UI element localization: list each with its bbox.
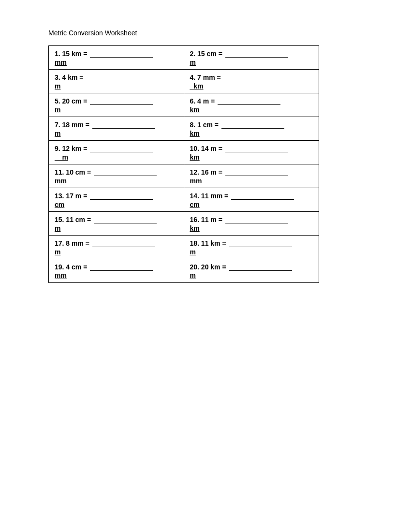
problem-cell: 20. 20 km = m [184, 259, 319, 283]
problem-cell: 15. 11 cm = m [49, 212, 184, 236]
answer-blank[interactable] [92, 241, 155, 247]
problem-cell: 2. 15 cm = m [184, 46, 319, 70]
problem-cell: 4. 7 mm = _km [184, 70, 319, 93]
answer-blank[interactable] [218, 99, 280, 105]
answer-blank[interactable] [92, 123, 155, 129]
problem-cell: 18. 11 km = m [184, 236, 319, 259]
problem-cell: 9. 12 km = __m [49, 141, 184, 164]
problem-cell: 13. 17 m = cm [49, 188, 184, 212]
answer-blank[interactable] [225, 52, 288, 58]
problem-line: 13. 17 m = [55, 192, 178, 200]
problem-cell: 5. 20 cm = m [49, 93, 184, 117]
answer-blank[interactable] [90, 99, 153, 105]
answer-blank[interactable] [94, 170, 157, 176]
answer-blank[interactable] [86, 75, 149, 81]
unit-label: m [190, 59, 313, 66]
problem-cell: 12. 16 m = mm [184, 164, 319, 188]
unit-label: cm [190, 201, 313, 208]
problem-line: 1. 15 km = [55, 50, 178, 58]
unit-label: m [190, 248, 313, 256]
problem-cell: 3. 4 km = m [49, 70, 184, 93]
answer-blank[interactable] [229, 241, 292, 247]
answer-blank[interactable] [225, 170, 288, 176]
unit-label: m [55, 106, 178, 114]
problem-line: 8. 1 cm = [190, 121, 313, 129]
answer-blank[interactable] [90, 265, 153, 271]
problem-line: 16. 11 m = [190, 216, 313, 223]
answer-blank[interactable] [229, 265, 292, 271]
unit-label: mm [55, 177, 178, 185]
problem-line: 17. 8 mm = [55, 239, 178, 247]
worksheet-table: 1. 15 km = mm2. 15 cm = m3. 4 km = m4. 7… [48, 45, 319, 283]
unit-label: mm [55, 59, 178, 66]
problem-cell: 17. 8 mm = m [49, 236, 184, 259]
answer-blank[interactable] [224, 75, 287, 81]
problem-cell: 7. 18 mm = m [49, 117, 184, 141]
problem-line: 6. 4 m = [190, 97, 313, 105]
problem-line: 2. 15 cm = [190, 50, 313, 58]
unit-label: mm [190, 177, 313, 185]
problem-line: 19. 4 cm = [55, 263, 178, 271]
problem-cell: 6. 4 m = km [184, 93, 319, 117]
unit-label: m [55, 248, 178, 256]
unit-label: m [55, 224, 178, 232]
answer-blank[interactable] [225, 147, 288, 152]
unit-label: m [55, 82, 178, 90]
unit-label: _km [190, 82, 313, 90]
unit-label: m [190, 272, 313, 280]
answer-blank[interactable] [94, 218, 157, 223]
problem-line: 10. 14 m = [190, 145, 313, 152]
problem-line: 12. 16 m = [190, 168, 313, 176]
unit-label: __m [55, 153, 178, 161]
problem-line: 14. 11 mm = [190, 192, 313, 200]
page: Metric Conversion Worksheet 1. 15 km = m… [0, 0, 411, 312]
answer-blank[interactable] [221, 123, 284, 129]
problem-cell: 1. 15 km = mm [49, 46, 184, 70]
problem-cell: 11. 10 cm = mm [49, 164, 184, 188]
problem-line: 9. 12 km = [55, 145, 178, 152]
unit-label: km [190, 106, 313, 114]
problem-cell: 8. 1 cm = km [184, 117, 319, 141]
problem-cell: 19. 4 cm = mm [49, 259, 184, 283]
unit-label: km [190, 153, 313, 161]
answer-blank[interactable] [90, 194, 153, 200]
answer-blank[interactable] [225, 218, 288, 223]
problem-line: 15. 11 cm = [55, 216, 178, 223]
problem-cell: 10. 14 m = km [184, 141, 319, 164]
problem-line: 20. 20 km = [190, 263, 313, 271]
unit-label: m [55, 130, 178, 137]
problem-cell: 16. 11 m = km [184, 212, 319, 236]
problem-line: 5. 20 cm = [55, 97, 178, 105]
unit-label: km [190, 224, 313, 232]
problem-line: 3. 4 km = [55, 74, 178, 81]
unit-label: km [190, 130, 313, 137]
answer-blank[interactable] [231, 194, 294, 200]
unit-label: mm [55, 272, 178, 280]
answer-blank[interactable] [90, 52, 153, 58]
problem-line: 4. 7 mm = [190, 74, 313, 81]
problem-line: 7. 18 mm = [55, 121, 178, 129]
problem-line: 11. 10 cm = [55, 168, 178, 176]
page-title: Metric Conversion Worksheet [48, 29, 363, 37]
unit-label: cm [55, 201, 178, 208]
answer-blank[interactable] [90, 147, 153, 152]
problem-line: 18. 11 km = [190, 239, 313, 247]
problem-cell: 14. 11 mm = cm [184, 188, 319, 212]
